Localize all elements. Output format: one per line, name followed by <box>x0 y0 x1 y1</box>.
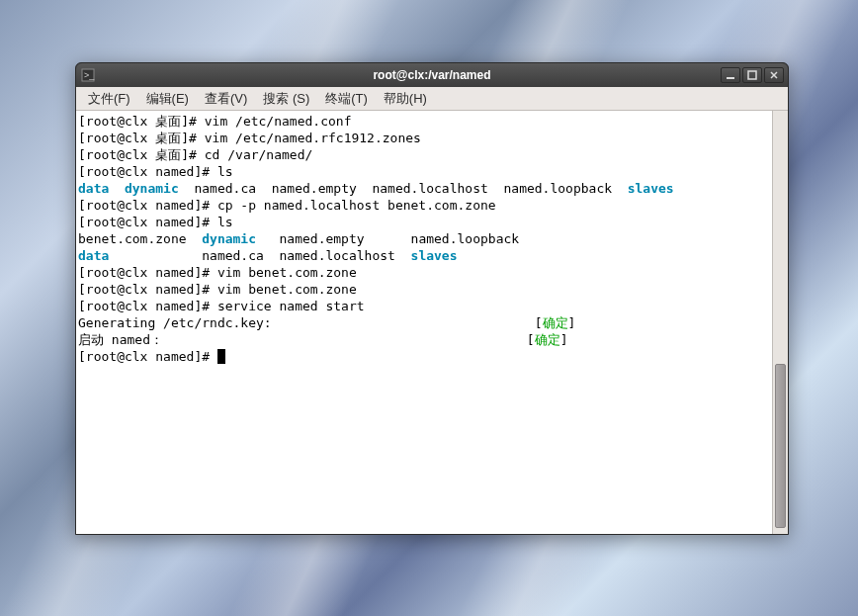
terminal-line: [root@clx named]# ls <box>78 163 772 180</box>
terminal-line: Generating /etc/rndc.key: [确定] <box>78 314 772 331</box>
terminal-text: named.ca named.empty named.localhost nam… <box>179 181 628 196</box>
terminal-line: 启动 named： [确定] <box>78 331 772 348</box>
terminal-text: [root@clx named]# ls <box>78 164 233 179</box>
terminal-line: [root@clx named]# vim benet.com.zone <box>78 281 772 298</box>
terminal-line: [root@clx named]# service named start <box>78 298 772 314</box>
terminal-text: [root@clx named]# cp -p named.localhost … <box>78 198 496 213</box>
terminal-text: named.ca named.localhost <box>109 248 410 263</box>
window-title: root@clx:/var/named <box>76 68 788 82</box>
terminal-text: Generating /etc/rndc.key: [ <box>78 315 543 330</box>
window-controls <box>721 67 784 83</box>
terminal-text: data <box>78 181 109 196</box>
terminal-text: 启动 named： [ <box>78 332 535 347</box>
terminal-body: [root@clx 桌面]# vim /etc/named.conf[root@… <box>76 111 788 534</box>
terminal-line: [root@clx named]# vim benet.com.zone <box>78 264 772 281</box>
cursor <box>217 349 225 364</box>
menu-edit[interactable]: 编辑(E) <box>138 88 197 110</box>
terminal-text: named.empty named.loopback <box>256 231 519 246</box>
terminal-line: data named.ca named.localhost slaves <box>78 247 772 264</box>
terminal-text: slaves <box>411 248 458 263</box>
menu-search[interactable]: 搜索 (S) <box>255 88 317 110</box>
terminal-line: data dynamic named.ca named.empty named.… <box>78 180 772 197</box>
terminal-line: [root@clx named]# <box>78 348 772 365</box>
terminal-text: benet.com.zone <box>78 231 202 246</box>
terminal-text: ] <box>560 332 568 347</box>
terminal-line: [root@clx 桌面]# cd /var/named/ <box>78 146 772 163</box>
terminal-text: data <box>78 248 109 263</box>
terminal-text: slaves <box>628 181 674 196</box>
menu-view[interactable]: 查看(V) <box>197 88 255 110</box>
terminal-text: [root@clx named]# <box>78 349 217 364</box>
close-button[interactable] <box>764 67 784 83</box>
menu-file[interactable]: 文件(F) <box>80 88 138 110</box>
terminal-line: [root@clx 桌面]# vim /etc/named.rfc1912.zo… <box>78 130 772 146</box>
menubar: 文件(F) 编辑(E) 查看(V) 搜索 (S) 终端(T) 帮助(H) <box>76 87 788 111</box>
terminal-text: [root@clx 桌面]# vim /etc/named.rfc1912.zo… <box>78 131 421 145</box>
terminal-line: [root@clx 桌面]# vim /etc/named.conf <box>78 113 772 130</box>
terminal-line: [root@clx named]# ls <box>78 214 772 230</box>
menu-help[interactable]: 帮助(H) <box>376 88 435 110</box>
terminal-text: [root@clx named]# vim benet.com.zone <box>78 282 357 297</box>
terminal-text: [root@clx 桌面]# cd /var/named/ <box>78 147 312 162</box>
terminal-text: dynamic <box>125 181 179 196</box>
terminal-text: [root@clx 桌面]# vim /etc/named.conf <box>78 114 351 129</box>
terminal-text: 确定 <box>543 315 568 330</box>
terminal-text: dynamic <box>202 231 256 246</box>
terminal-text: ] <box>568 315 576 330</box>
terminal-text <box>109 181 125 196</box>
svg-rect-3 <box>748 71 756 79</box>
terminal-line: benet.com.zone dynamic named.empty named… <box>78 230 772 247</box>
terminal-text: 确定 <box>535 332 560 347</box>
menu-terminal[interactable]: 终端(T) <box>317 88 376 110</box>
titlebar[interactable]: >_ root@clx:/var/named <box>76 63 788 87</box>
svg-text:>_: >_ <box>84 70 95 80</box>
terminal-app-icon: >_ <box>80 67 96 83</box>
terminal-window: >_ root@clx:/var/named 文件(F) 编辑(E) 查看(V)… <box>75 62 789 535</box>
terminal-line: [root@clx named]# cp -p named.localhost … <box>78 197 772 214</box>
terminal-text: [root@clx named]# ls <box>78 215 233 229</box>
terminal-text: [root@clx named]# vim benet.com.zone <box>78 265 357 280</box>
scroll-thumb[interactable] <box>775 364 786 528</box>
terminal-text: [root@clx named]# service named start <box>78 299 365 313</box>
scrollbar[interactable] <box>772 111 788 534</box>
minimize-button[interactable] <box>721 67 740 83</box>
maximize-button[interactable] <box>742 67 762 83</box>
terminal-content[interactable]: [root@clx 桌面]# vim /etc/named.conf[root@… <box>76 111 772 534</box>
